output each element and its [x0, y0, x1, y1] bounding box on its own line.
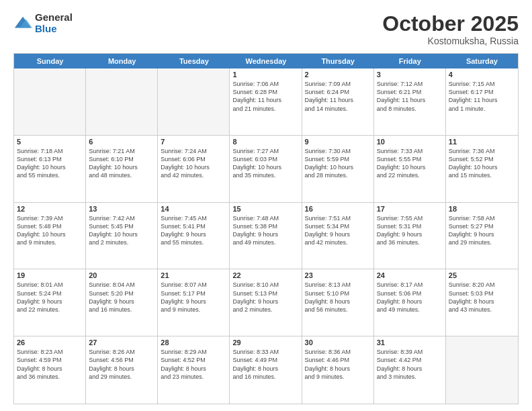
day-info: Sunrise: 8:17 AM Sunset: 5:06 PM Dayligh… — [377, 281, 443, 314]
day-info: Sunrise: 8:29 AM Sunset: 4:52 PM Dayligh… — [161, 348, 226, 381]
calendar-row-0: 1Sunrise: 7:06 AM Sunset: 6:28 PM Daylig… — [14, 68, 518, 136]
day-info: Sunrise: 7:30 AM Sunset: 5:59 PM Dayligh… — [305, 147, 371, 180]
day-cell-6: 6Sunrise: 7:21 AM Sunset: 6:10 PM Daylig… — [86, 136, 158, 202]
day-cell-20: 20Sunrise: 8:04 AM Sunset: 5:20 PM Dayli… — [86, 269, 158, 336]
day-number: 6 — [89, 138, 154, 146]
logo-blue-text: Blue — [35, 24, 73, 35]
day-cell-23: 23Sunrise: 8:13 AM Sunset: 5:10 PM Dayli… — [302, 269, 374, 336]
day-number: 3 — [377, 71, 443, 79]
day-cell-29: 29Sunrise: 8:33 AM Sunset: 4:49 PM Dayli… — [230, 336, 302, 404]
day-info: Sunrise: 7:45 AM Sunset: 5:41 PM Dayligh… — [161, 214, 226, 247]
day-cell-19: 19Sunrise: 8:01 AM Sunset: 5:24 PM Dayli… — [14, 269, 86, 336]
header-day-friday: Friday — [374, 54, 446, 68]
day-cell-26: 26Sunrise: 8:23 AM Sunset: 4:59 PM Dayli… — [14, 336, 86, 404]
day-cell-17: 17Sunrise: 7:55 AM Sunset: 5:31 PM Dayli… — [374, 203, 446, 269]
empty-cell-0-2 — [158, 68, 230, 135]
day-number: 17 — [377, 205, 443, 213]
day-info: Sunrise: 7:58 AM Sunset: 5:27 PM Dayligh… — [449, 214, 515, 247]
day-cell-21: 21Sunrise: 8:07 AM Sunset: 5:17 PM Dayli… — [158, 269, 230, 336]
day-cell-8: 8Sunrise: 7:27 AM Sunset: 6:03 PM Daylig… — [230, 136, 302, 202]
day-cell-30: 30Sunrise: 8:36 AM Sunset: 4:46 PM Dayli… — [302, 336, 374, 404]
day-cell-10: 10Sunrise: 7:33 AM Sunset: 5:55 PM Dayli… — [374, 136, 446, 202]
day-cell-12: 12Sunrise: 7:39 AM Sunset: 5:48 PM Dayli… — [14, 203, 86, 269]
day-cell-2: 2Sunrise: 7:09 AM Sunset: 6:24 PM Daylig… — [302, 68, 374, 135]
empty-cell-0-0 — [14, 68, 86, 135]
calendar-row-2: 12Sunrise: 7:39 AM Sunset: 5:48 PM Dayli… — [14, 203, 518, 270]
day-info: Sunrise: 8:01 AM Sunset: 5:24 PM Dayligh… — [17, 281, 83, 314]
calendar-body: 1Sunrise: 7:06 AM Sunset: 6:28 PM Daylig… — [14, 68, 518, 404]
header-day-saturday: Saturday — [446, 54, 518, 68]
day-number: 14 — [161, 205, 226, 213]
header-day-monday: Monday — [86, 54, 158, 68]
day-info: Sunrise: 7:12 AM Sunset: 6:21 PM Dayligh… — [377, 80, 443, 113]
day-info: Sunrise: 7:06 AM Sunset: 6:28 PM Dayligh… — [232, 80, 298, 113]
day-info: Sunrise: 7:18 AM Sunset: 6:13 PM Dayligh… — [17, 147, 83, 180]
day-number: 12 — [17, 205, 83, 213]
day-cell-25: 25Sunrise: 8:20 AM Sunset: 5:03 PM Dayli… — [446, 269, 518, 336]
day-info: Sunrise: 8:33 AM Sunset: 4:49 PM Dayligh… — [232, 348, 298, 381]
day-info: Sunrise: 7:33 AM Sunset: 5:55 PM Dayligh… — [377, 147, 443, 180]
header-day-tuesday: Tuesday — [158, 54, 230, 68]
day-cell-31: 31Sunrise: 8:39 AM Sunset: 4:42 PM Dayli… — [374, 336, 446, 404]
day-number: 8 — [232, 138, 298, 146]
day-number: 15 — [232, 205, 298, 213]
day-cell-3: 3Sunrise: 7:12 AM Sunset: 6:21 PM Daylig… — [374, 68, 446, 135]
day-number: 11 — [449, 138, 515, 146]
day-cell-15: 15Sunrise: 7:48 AM Sunset: 5:38 PM Dayli… — [230, 203, 302, 269]
day-number: 2 — [305, 71, 371, 79]
day-info: Sunrise: 7:15 AM Sunset: 6:17 PM Dayligh… — [449, 80, 515, 113]
day-number: 24 — [377, 271, 443, 279]
day-number: 1 — [232, 71, 298, 79]
day-info: Sunrise: 8:20 AM Sunset: 5:03 PM Dayligh… — [449, 281, 515, 314]
day-number: 26 — [17, 338, 83, 347]
day-number: 5 — [17, 138, 83, 146]
empty-cell-0-1 — [86, 68, 158, 135]
day-cell-1: 1Sunrise: 7:06 AM Sunset: 6:28 PM Daylig… — [230, 68, 302, 135]
day-number: 23 — [305, 271, 371, 279]
day-cell-11: 11Sunrise: 7:36 AM Sunset: 5:52 PM Dayli… — [446, 136, 518, 202]
day-number: 10 — [377, 138, 443, 146]
calendar-row-4: 26Sunrise: 8:23 AM Sunset: 4:59 PM Dayli… — [14, 336, 518, 404]
day-number: 25 — [449, 271, 515, 279]
day-info: Sunrise: 7:51 AM Sunset: 5:34 PM Dayligh… — [305, 214, 371, 247]
day-number: 21 — [161, 271, 226, 279]
calendar-container: SundayMondayTuesdayWednesdayThursdayFrid… — [13, 53, 519, 404]
day-cell-4: 4Sunrise: 7:15 AM Sunset: 6:17 PM Daylig… — [446, 68, 518, 135]
page: General Blue October 2025 Kostomuksha, R… — [0, 0, 532, 411]
day-cell-14: 14Sunrise: 7:45 AM Sunset: 5:41 PM Dayli… — [158, 203, 230, 269]
header-day-sunday: Sunday — [14, 54, 86, 68]
day-number: 9 — [305, 138, 371, 146]
header-day-thursday: Thursday — [302, 54, 374, 68]
day-cell-24: 24Sunrise: 8:17 AM Sunset: 5:06 PM Dayli… — [374, 269, 446, 336]
day-info: Sunrise: 7:36 AM Sunset: 5:52 PM Dayligh… — [449, 147, 515, 180]
day-info: Sunrise: 8:13 AM Sunset: 5:10 PM Dayligh… — [305, 281, 371, 314]
day-number: 4 — [449, 71, 515, 79]
calendar-row-1: 5Sunrise: 7:18 AM Sunset: 6:13 PM Daylig… — [14, 136, 518, 203]
day-number: 13 — [89, 205, 154, 213]
logo-icon — [13, 14, 32, 33]
day-number: 29 — [232, 338, 298, 347]
day-info: Sunrise: 8:04 AM Sunset: 5:20 PM Dayligh… — [89, 281, 154, 314]
day-info: Sunrise: 7:39 AM Sunset: 5:48 PM Dayligh… — [17, 214, 83, 247]
location: Kostomuksha, Russia — [382, 36, 519, 46]
logo-general-text: General — [35, 12, 73, 24]
day-info: Sunrise: 7:21 AM Sunset: 6:10 PM Dayligh… — [89, 147, 154, 180]
day-number: 16 — [305, 205, 371, 213]
day-info: Sunrise: 8:26 AM Sunset: 4:56 PM Dayligh… — [89, 348, 154, 381]
day-number: 31 — [377, 338, 443, 347]
day-info: Sunrise: 8:07 AM Sunset: 5:17 PM Dayligh… — [161, 281, 226, 314]
day-number: 20 — [89, 271, 154, 279]
day-info: Sunrise: 8:23 AM Sunset: 4:59 PM Dayligh… — [17, 348, 83, 381]
day-cell-16: 16Sunrise: 7:51 AM Sunset: 5:34 PM Dayli… — [302, 203, 374, 269]
day-number: 30 — [305, 338, 371, 347]
empty-cell-4-6 — [446, 336, 518, 404]
day-info: Sunrise: 8:10 AM Sunset: 5:13 PM Dayligh… — [232, 281, 298, 314]
day-cell-9: 9Sunrise: 7:30 AM Sunset: 5:59 PM Daylig… — [302, 136, 374, 202]
day-number: 19 — [17, 271, 83, 279]
day-cell-27: 27Sunrise: 8:26 AM Sunset: 4:56 PM Dayli… — [86, 336, 158, 404]
day-info: Sunrise: 7:42 AM Sunset: 5:45 PM Dayligh… — [89, 214, 154, 247]
day-info: Sunrise: 7:55 AM Sunset: 5:31 PM Dayligh… — [377, 214, 443, 247]
day-info: Sunrise: 7:09 AM Sunset: 6:24 PM Dayligh… — [305, 80, 371, 113]
day-number: 28 — [161, 338, 226, 347]
day-number: 18 — [449, 205, 515, 213]
